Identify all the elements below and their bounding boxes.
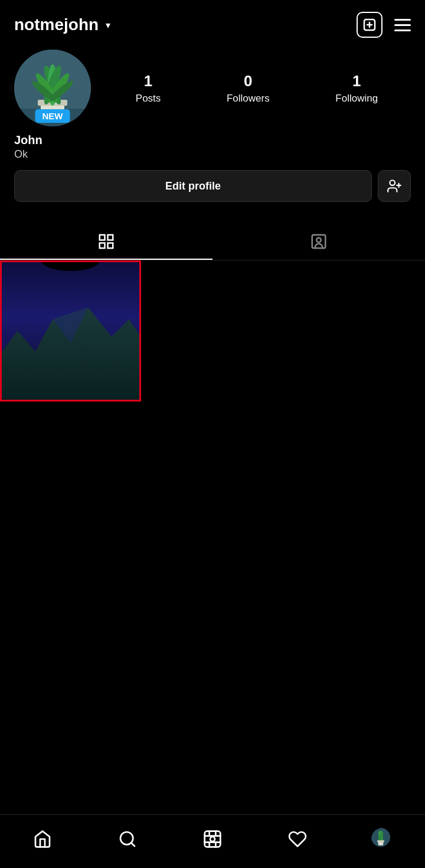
bottom-navigation [0, 814, 425, 868]
svg-point-22 [316, 238, 321, 243]
profile-nav-button[interactable] [365, 824, 400, 854]
profile-nav-avatar [371, 828, 394, 850]
svg-rect-42 [377, 840, 384, 842]
grid-icon [97, 233, 115, 250]
person-tag-icon [310, 233, 328, 250]
posts-grid [0, 260, 425, 402]
plus-square-icon [362, 18, 377, 32]
posts-label: Posts [136, 93, 161, 105]
username-text[interactable]: notmejohn [14, 15, 99, 34]
hamburger-menu-button[interactable] [394, 19, 411, 31]
home-icon [33, 830, 52, 849]
avatar-wrapper[interactable]: NEW [14, 50, 91, 126]
posts-count: 1 [144, 72, 152, 90]
menu-line-2 [394, 24, 411, 26]
likes-nav-button[interactable] [280, 824, 315, 854]
heart-icon [288, 830, 307, 849]
add-friend-button[interactable] [378, 170, 411, 202]
profile-nav-avatar-image [371, 828, 390, 847]
add-person-icon [387, 178, 402, 194]
svg-rect-29 [205, 831, 221, 847]
posts-stat[interactable]: 1 Posts [136, 72, 161, 105]
reels-nav-button[interactable] [195, 824, 230, 854]
tagged-tab[interactable] [212, 223, 425, 260]
reels-icon [203, 830, 222, 849]
svg-rect-17 [100, 235, 105, 240]
header: notmejohn ▾ [0, 0, 425, 44]
stats-row: 1 Posts 0 Followers 1 Following [103, 72, 411, 105]
followers-count: 0 [244, 72, 252, 90]
svg-point-30 [210, 837, 215, 841]
search-icon [118, 830, 137, 849]
svg-rect-19 [100, 243, 105, 249]
add-content-button[interactable] [357, 12, 382, 38]
svg-rect-20 [108, 243, 113, 249]
profile-section: NEW 1 Posts 0 Followers 1 Following John [0, 44, 425, 211]
menu-line-3 [394, 30, 411, 31]
edit-profile-button[interactable]: Edit profile [14, 170, 372, 202]
following-label: Following [335, 93, 378, 105]
profile-bio: Ok [14, 148, 411, 161]
new-badge: NEW [35, 109, 70, 123]
followers-stat[interactable]: 0 Followers [227, 72, 270, 105]
content-tabs [0, 223, 425, 260]
followers-label: Followers [227, 93, 270, 105]
home-nav-button[interactable] [25, 824, 60, 854]
header-left: notmejohn ▾ [14, 15, 110, 34]
following-count: 1 [352, 72, 361, 90]
search-nav-button[interactable] [110, 824, 145, 854]
profile-display-name: John [14, 133, 411, 147]
action-buttons-row: Edit profile [14, 170, 411, 202]
grid-tab[interactable] [0, 223, 212, 260]
svg-point-14 [390, 180, 395, 185]
profile-top: NEW 1 Posts 0 Followers 1 Following [14, 50, 411, 126]
svg-line-28 [131, 843, 135, 846]
chevron-down-icon[interactable]: ▾ [106, 19, 110, 31]
following-stat[interactable]: 1 Following [335, 72, 378, 105]
svg-rect-18 [108, 235, 113, 240]
header-right [357, 12, 411, 38]
grid-item-0[interactable] [0, 260, 141, 402]
menu-line-1 [394, 19, 411, 21]
post-thumbnail-0 [0, 260, 141, 402]
